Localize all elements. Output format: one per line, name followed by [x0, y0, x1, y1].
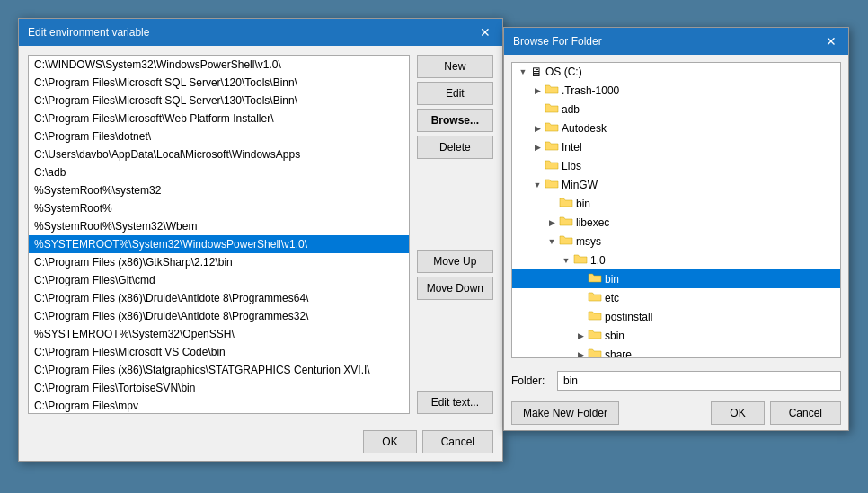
folder-icon [545, 139, 559, 154]
path-item[interactable]: C:\Program Files\TortoiseSVN\bin [29, 379, 409, 397]
tree-item[interactable]: ▶ sbin [512, 326, 840, 345]
path-item[interactable]: C:\Program Files\dotnet\ [29, 128, 409, 145]
path-item[interactable]: C:\Users\davbo\AppData\Local\Microsoft\W… [29, 145, 409, 163]
tree-item-label: share [605, 348, 632, 359]
drive-icon: 🖥 [530, 65, 543, 79]
tree-item-label: etc [605, 292, 619, 304]
tree-item[interactable]: ▶ Autodesk [512, 119, 840, 137]
path-item[interactable]: C:\Program Files (x86)\Statgraphics\STAT… [29, 361, 409, 379]
folder-icon [588, 271, 602, 286]
tree-item[interactable]: ▼ MinGW [512, 175, 840, 194]
move-down-button[interactable]: Move Down [417, 277, 493, 300]
tree-item[interactable]: ▶ share [512, 345, 840, 358]
env-dialog-close[interactable]: ✕ [477, 24, 493, 40]
folder-icon [588, 309, 602, 324]
env-dialog-titlebar: Edit environment variable ✕ [19, 19, 502, 46]
tree-item-label: MinGW [562, 179, 598, 191]
folder-icon [559, 233, 573, 249]
tree-item-label: bin [576, 198, 590, 210]
edit-button[interactable]: Edit [417, 82, 493, 105]
folder-icon [559, 196, 573, 211]
move-up-button[interactable]: Move Up [417, 250, 493, 273]
browse-dialog-title: Browse For Folder [513, 35, 602, 48]
tree-item-label: OS (C:) [545, 66, 582, 78]
browse-button[interactable]: Browse... [417, 109, 493, 132]
folder-icon [559, 215, 573, 230]
folder-icon [588, 347, 602, 358]
browse-ok-button[interactable]: OK [711, 401, 764, 425]
folder-row: Folder: [504, 365, 848, 396]
tree-item[interactable]: bin [512, 269, 840, 288]
tree-item[interactable]: Libs [512, 156, 840, 175]
path-item[interactable]: %SystemRoot%\System32\Wbem [29, 217, 409, 235]
browse-folder-dialog: Browse For Folder ✕ ▼🖥OS (C:)▶ .Trash-10… [503, 27, 849, 431]
tree-item-label: Libs [562, 160, 581, 172]
env-button-group: New Edit Browse... Delete Move Up Move D… [417, 55, 493, 414]
path-item[interactable]: C:\Program Files\Git\cmd [29, 271, 409, 289]
folder-icon [588, 328, 602, 343]
path-list[interactable]: C:\WINDOWS\System32\WindowsPowerShell\v1… [28, 55, 410, 414]
env-dialog-footer: OK Cancel [19, 423, 502, 461]
path-item[interactable]: C:\adb [29, 163, 409, 181]
path-item[interactable]: %SYSTEMROOT%\System32\OpenSSH\ [29, 325, 409, 343]
env-dialog-title: Edit environment variable [28, 26, 149, 39]
path-item[interactable]: C:\Program Files (x86)\Druide\Antidote 8… [29, 307, 409, 325]
folder-input[interactable] [557, 371, 841, 391]
path-item[interactable]: C:\Program Files\Microsoft VS Code\bin [29, 343, 409, 361]
edit-text-button[interactable]: Edit text... [417, 391, 493, 414]
path-list-container: C:\WINDOWS\System32\WindowsPowerShell\v1… [28, 55, 410, 414]
tree-item[interactable]: ▶ libexec [512, 213, 840, 232]
browse-ok-cancel-group: OK Cancel [711, 401, 841, 425]
path-item[interactable]: %SystemRoot%\system32 [29, 181, 409, 199]
path-item[interactable]: C:\Program Files\Microsoft SQL Server\12… [29, 74, 409, 92]
folder-icon [573, 252, 588, 268]
delete-button[interactable]: Delete [417, 136, 493, 159]
folder-icon [545, 101, 559, 117]
tree-item-label: msys [576, 235, 601, 248]
path-item[interactable]: C:\WINDOWS\System32\WindowsPowerShell\v1… [29, 56, 409, 74]
tree-item[interactable]: ▶ .Trash-1000 [512, 81, 840, 100]
browse-dialog-titlebar: Browse For Folder ✕ [504, 28, 848, 55]
folder-icon [588, 290, 602, 305]
tree-item-label: sbin [605, 330, 624, 342]
tree-item-label: libexec [576, 216, 609, 229]
tree-item[interactable]: adb [512, 100, 840, 119]
path-item[interactable]: C:\Program Files (x86)\Druide\Antidote 8… [29, 289, 409, 307]
path-item[interactable]: C:\Program Files (x86)\GtkSharp\2.12\bin [29, 253, 409, 271]
tree-item[interactable]: ▼ 1.0 [512, 251, 840, 269]
tree-item[interactable]: ▼🖥OS (C:) [512, 63, 840, 81]
tree-item[interactable]: ▼ msys [512, 232, 840, 251]
folder-icon [545, 177, 559, 192]
tree-item-label: adb [562, 103, 580, 116]
tree-item-label: Autodesk [562, 122, 607, 135]
folder-icon [545, 158, 559, 173]
path-item[interactable]: C:\Program Files\Microsoft SQL Server\13… [29, 92, 409, 110]
tree-item[interactable]: postinstall [512, 307, 840, 326]
tree-item-label: Intel [562, 141, 582, 154]
path-item[interactable]: C:\Program Files\Microsoft\Web Platform … [29, 110, 409, 128]
new-button[interactable]: New [417, 55, 493, 78]
tree-item-label: 1.0 [590, 254, 606, 267]
browse-footer: Make New Folder OK Cancel [504, 396, 848, 430]
env-ok-button[interactable]: OK [363, 430, 416, 453]
folder-label: Folder: [511, 374, 552, 387]
folder-icon [545, 120, 559, 136]
make-new-folder-button[interactable]: Make New Folder [511, 401, 619, 425]
env-dialog-content: C:\WINDOWS\System32\WindowsPowerShell\v1… [19, 46, 502, 423]
path-item[interactable]: %SYSTEMROOT%\System32\WindowsPowerShell\… [29, 235, 409, 253]
tree-item-label: postinstall [605, 311, 652, 323]
tree-item[interactable]: etc [512, 288, 840, 307]
folder-icon [545, 83, 559, 98]
tree-item[interactable]: bin [512, 194, 840, 213]
path-item[interactable]: C:\Program Files\mpv [29, 397, 409, 414]
tree-item-label: bin [605, 273, 619, 286]
folder-tree[interactable]: ▼🖥OS (C:)▶ .Trash-1000 adb▶ Autodesk▶ In… [511, 62, 841, 358]
env-cancel-button[interactable]: Cancel [422, 430, 493, 453]
tree-item-label: .Trash-1000 [562, 84, 619, 97]
path-item[interactable]: %SystemRoot% [29, 199, 409, 217]
browse-cancel-button[interactable]: Cancel [770, 401, 841, 425]
env-variable-dialog: Edit environment variable ✕ C:\WINDOWS\S… [18, 18, 503, 462]
tree-item[interactable]: ▶ Intel [512, 137, 840, 156]
browse-dialog-close[interactable]: ✕ [823, 33, 839, 49]
